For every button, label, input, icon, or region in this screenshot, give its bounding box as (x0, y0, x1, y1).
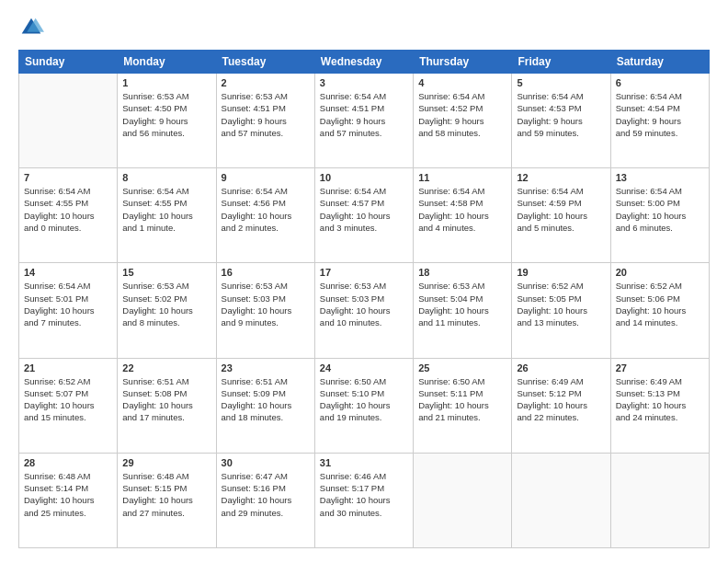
day-cell: 28Sunrise: 6:48 AMSunset: 5:14 PMDayligh… (19, 453, 118, 547)
day-number: 11 (418, 172, 506, 183)
day-cell (610, 453, 709, 547)
day-cell: 27Sunrise: 6:49 AMSunset: 5:13 PMDayligh… (610, 358, 709, 453)
day-number: 8 (122, 172, 210, 183)
day-info: Sunrise: 6:46 AMSunset: 5:17 PMDaylight:… (320, 470, 408, 519)
day-cell: 6Sunrise: 6:54 AMSunset: 4:54 PMDaylight… (610, 74, 709, 168)
day-number: 1 (122, 77, 210, 88)
week-row-5: 28Sunrise: 6:48 AMSunset: 5:14 PMDayligh… (19, 453, 710, 547)
day-cell: 25Sunrise: 6:50 AMSunset: 5:11 PMDayligh… (414, 358, 512, 453)
day-info: Sunrise: 6:54 AMSunset: 4:56 PMDaylight:… (222, 185, 310, 234)
day-number: 20 (616, 267, 704, 278)
calendar-table: SundayMondayTuesdayWednesdayThursdayFrid… (18, 50, 710, 548)
weekday-header-wednesday: Wednesday (314, 51, 413, 74)
day-cell: 23Sunrise: 6:51 AMSunset: 5:09 PMDayligh… (216, 358, 314, 453)
day-info: Sunrise: 6:53 AMSunset: 5:04 PMDaylight:… (418, 280, 506, 328)
day-info: Sunrise: 6:53 AMSunset: 4:50 PMDaylight:… (122, 90, 210, 139)
day-info: Sunrise: 6:54 AMSunset: 4:51 PMDaylight:… (320, 90, 408, 139)
day-cell: 3Sunrise: 6:54 AMSunset: 4:51 PMDaylight… (314, 74, 413, 168)
week-row-1: 1Sunrise: 6:53 AMSunset: 4:50 PMDaylight… (19, 74, 710, 168)
day-number: 12 (517, 172, 605, 183)
day-info: Sunrise: 6:48 AMSunset: 5:15 PMDaylight:… (122, 470, 210, 519)
day-cell: 18Sunrise: 6:53 AMSunset: 5:04 PMDayligh… (414, 263, 512, 358)
day-number: 28 (24, 457, 112, 468)
day-cell: 24Sunrise: 6:50 AMSunset: 5:10 PMDayligh… (314, 358, 413, 453)
day-info: Sunrise: 6:54 AMSunset: 4:53 PMDaylight:… (517, 90, 605, 139)
day-cell: 4Sunrise: 6:54 AMSunset: 4:52 PMDaylight… (414, 74, 512, 168)
weekday-header-monday: Monday (118, 51, 216, 74)
day-info: Sunrise: 6:54 AMSunset: 4:55 PMDaylight:… (24, 185, 112, 234)
week-row-4: 21Sunrise: 6:52 AMSunset: 5:07 PMDayligh… (19, 358, 710, 453)
day-cell: 8Sunrise: 6:54 AMSunset: 4:55 PMDaylight… (118, 168, 216, 263)
day-cell: 16Sunrise: 6:53 AMSunset: 5:03 PMDayligh… (216, 263, 314, 358)
weekday-header-friday: Friday (512, 51, 610, 74)
day-number: 24 (320, 362, 408, 373)
day-number: 15 (122, 267, 210, 278)
day-info: Sunrise: 6:52 AMSunset: 5:06 PMDaylight:… (616, 280, 704, 328)
day-number: 25 (418, 362, 506, 373)
day-cell: 21Sunrise: 6:52 AMSunset: 5:07 PMDayligh… (19, 358, 118, 453)
day-info: Sunrise: 6:53 AMSunset: 4:51 PMDaylight:… (222, 90, 310, 139)
weekday-header-row: SundayMondayTuesdayWednesdayThursdayFrid… (19, 51, 710, 74)
day-info: Sunrise: 6:54 AMSunset: 4:59 PMDaylight:… (517, 185, 605, 234)
day-cell: 7Sunrise: 6:54 AMSunset: 4:55 PMDaylight… (19, 168, 118, 263)
day-cell (414, 453, 512, 547)
day-cell: 31Sunrise: 6:46 AMSunset: 5:17 PMDayligh… (314, 453, 413, 547)
day-number: 21 (24, 362, 112, 373)
day-number: 27 (616, 362, 704, 373)
day-number: 16 (222, 267, 310, 278)
weekday-header-sunday: Sunday (19, 51, 118, 74)
day-number: 2 (222, 77, 310, 88)
day-number: 5 (517, 77, 605, 88)
day-number: 19 (517, 267, 605, 278)
day-info: Sunrise: 6:51 AMSunset: 5:09 PMDaylight:… (222, 375, 310, 424)
day-cell (512, 453, 610, 547)
day-cell: 10Sunrise: 6:54 AMSunset: 4:57 PMDayligh… (314, 168, 413, 263)
day-number: 26 (517, 362, 605, 373)
day-cell: 14Sunrise: 6:54 AMSunset: 5:01 PMDayligh… (19, 263, 118, 358)
day-info: Sunrise: 6:53 AMSunset: 5:03 PMDaylight:… (320, 280, 408, 328)
day-cell: 9Sunrise: 6:54 AMSunset: 4:56 PMDaylight… (216, 168, 314, 263)
day-info: Sunrise: 6:54 AMSunset: 4:57 PMDaylight:… (320, 185, 408, 234)
day-info: Sunrise: 6:51 AMSunset: 5:08 PMDaylight:… (122, 375, 210, 424)
day-number: 22 (122, 362, 210, 373)
day-cell: 20Sunrise: 6:52 AMSunset: 5:06 PMDayligh… (610, 263, 709, 358)
day-number: 13 (616, 172, 704, 183)
day-cell: 1Sunrise: 6:53 AMSunset: 4:50 PMDaylight… (118, 74, 216, 168)
page: SundayMondayTuesdayWednesdayThursdayFrid… (0, 0, 728, 563)
day-info: Sunrise: 6:53 AMSunset: 5:03 PMDaylight:… (222, 280, 310, 328)
day-cell: 13Sunrise: 6:54 AMSunset: 5:00 PMDayligh… (610, 168, 709, 263)
week-row-2: 7Sunrise: 6:54 AMSunset: 4:55 PMDaylight… (19, 168, 710, 263)
day-info: Sunrise: 6:54 AMSunset: 4:54 PMDaylight:… (616, 90, 704, 139)
day-number: 31 (320, 457, 408, 468)
day-info: Sunrise: 6:54 AMSunset: 4:52 PMDaylight:… (418, 90, 506, 139)
day-cell: 30Sunrise: 6:47 AMSunset: 5:16 PMDayligh… (216, 453, 314, 547)
day-info: Sunrise: 6:54 AMSunset: 4:58 PMDaylight:… (418, 185, 506, 234)
day-cell: 15Sunrise: 6:53 AMSunset: 5:02 PMDayligh… (118, 263, 216, 358)
weekday-header-tuesday: Tuesday (216, 51, 314, 74)
day-number: 4 (418, 77, 506, 88)
day-number: 29 (122, 457, 210, 468)
day-info: Sunrise: 6:52 AMSunset: 5:07 PMDaylight:… (24, 375, 112, 424)
day-cell: 26Sunrise: 6:49 AMSunset: 5:12 PMDayligh… (512, 358, 610, 453)
day-info: Sunrise: 6:54 AMSunset: 4:55 PMDaylight:… (122, 185, 210, 234)
day-cell: 5Sunrise: 6:54 AMSunset: 4:53 PMDaylight… (512, 74, 610, 168)
day-number: 6 (616, 77, 704, 88)
header (18, 15, 710, 40)
day-info: Sunrise: 6:48 AMSunset: 5:14 PMDaylight:… (24, 470, 112, 519)
day-cell: 2Sunrise: 6:53 AMSunset: 4:51 PMDaylight… (216, 74, 314, 168)
week-row-3: 14Sunrise: 6:54 AMSunset: 5:01 PMDayligh… (19, 263, 710, 358)
day-number: 30 (222, 457, 310, 468)
day-info: Sunrise: 6:47 AMSunset: 5:16 PMDaylight:… (222, 470, 310, 519)
logo-icon (18, 15, 44, 40)
day-cell: 22Sunrise: 6:51 AMSunset: 5:08 PMDayligh… (118, 358, 216, 453)
day-cell: 29Sunrise: 6:48 AMSunset: 5:15 PMDayligh… (118, 453, 216, 547)
day-number: 7 (24, 172, 112, 183)
day-number: 17 (320, 267, 408, 278)
day-info: Sunrise: 6:53 AMSunset: 5:02 PMDaylight:… (122, 280, 210, 328)
day-number: 18 (418, 267, 506, 278)
day-number: 14 (24, 267, 112, 278)
day-cell: 17Sunrise: 6:53 AMSunset: 5:03 PMDayligh… (314, 263, 413, 358)
day-info: Sunrise: 6:50 AMSunset: 5:10 PMDaylight:… (320, 375, 408, 424)
day-cell (19, 74, 118, 168)
day-info: Sunrise: 6:54 AMSunset: 5:01 PMDaylight:… (24, 280, 112, 328)
